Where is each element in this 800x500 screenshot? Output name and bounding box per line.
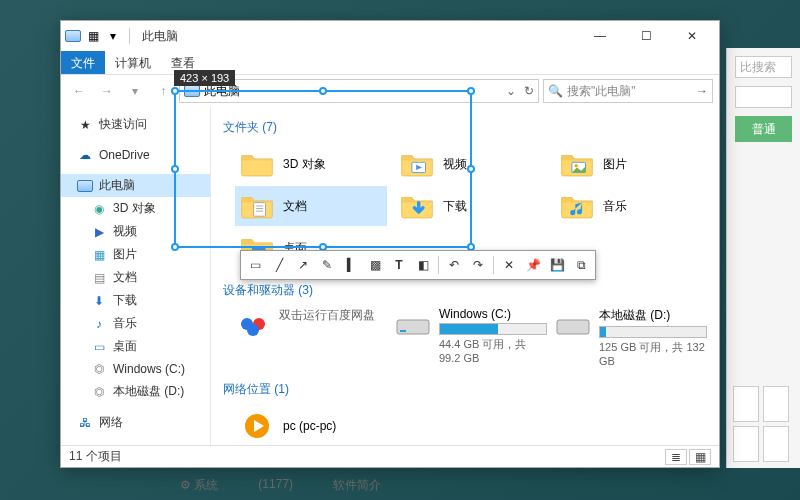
drive-meta: 125 GB 可用，共 132 GB — [599, 340, 707, 367]
refresh-icon[interactable]: ↻ — [524, 84, 534, 98]
resize-handle[interactable] — [171, 165, 179, 173]
pc-icon — [77, 178, 93, 194]
svg-rect-15 — [557, 320, 589, 334]
bg-search[interactable]: 比搜索 — [735, 56, 792, 78]
sidebar-item-label: 图片 — [113, 246, 137, 263]
snip-pen-tool[interactable]: ✎ — [316, 254, 338, 276]
sidebar-item-label: 桌面 — [113, 338, 137, 355]
download-icon: ⬇ — [91, 293, 107, 309]
sidebar-item-label: 视频 — [113, 223, 137, 240]
sidebar-item-downloads[interactable]: ⬇下载 — [61, 289, 210, 312]
doc-icon: ▤ — [91, 270, 107, 286]
nav-forward-button[interactable]: → — [95, 79, 119, 103]
snip-selection[interactable] — [174, 90, 472, 248]
snip-separator — [438, 256, 439, 274]
snip-text-tool[interactable]: T — [388, 254, 410, 276]
baidu-netdisk-item[interactable]: 双击运行百度网盘 — [235, 307, 387, 367]
drive-icon: ⏣ — [91, 384, 107, 400]
qat-properties-icon[interactable]: ▦ — [85, 28, 101, 44]
background-window: 比搜索 普通 — [726, 48, 800, 468]
sidebar-item-label: 快速访问 — [99, 116, 147, 133]
maximize-button[interactable]: ☐ — [623, 21, 669, 51]
drive-c[interactable]: Windows (C:) 44.4 GB 可用，共 99.2 GB — [395, 307, 547, 367]
bg-footer: ⚙ 系统 (1177) 软件简介 — [180, 477, 381, 494]
resize-handle[interactable] — [171, 243, 179, 251]
bg-settings-label: ⚙ 系统 — [180, 477, 218, 494]
cloud-icon: ☁ — [77, 147, 93, 163]
snip-marker-tool[interactable]: ▍ — [340, 254, 362, 276]
snip-save-button[interactable]: 💾 — [546, 254, 568, 276]
sidebar-item-music[interactable]: ♪音乐 — [61, 312, 210, 335]
baidu-hint: 双击运行百度网盘 — [279, 307, 387, 324]
qat-newfolder-icon[interactable]: ▾ — [105, 28, 121, 44]
drive-meta: 44.4 GB 可用，共 99.2 GB — [439, 337, 547, 364]
star-icon: ★ — [77, 117, 93, 133]
cube-icon: ◉ — [91, 201, 107, 217]
tab-file[interactable]: 文件 — [61, 51, 105, 74]
bg-thumb[interactable] — [733, 386, 759, 422]
drive-icon — [555, 307, 591, 343]
resize-handle[interactable] — [467, 165, 475, 173]
view-details-button[interactable]: ≣ — [665, 449, 687, 465]
app-icon — [65, 28, 81, 44]
nav-recent-button[interactable]: ▾ — [123, 79, 147, 103]
resize-handle[interactable] — [171, 87, 179, 95]
view-icons-button[interactable]: ▦ — [689, 449, 711, 465]
chevron-down-icon[interactable]: ⌄ — [506, 84, 516, 98]
snip-mosaic-tool[interactable]: ▩ — [364, 254, 386, 276]
music-icon: ♪ — [91, 316, 107, 332]
status-text: 11 个项目 — [69, 448, 122, 465]
section-devices-header[interactable]: 设备和驱动器 (3) — [223, 278, 707, 303]
resize-handle[interactable] — [467, 87, 475, 95]
sidebar-item-label: 文档 — [113, 269, 137, 286]
bg-green-button[interactable]: 普通 — [735, 116, 792, 142]
network-pc-item[interactable]: pc (pc-pc) — [235, 406, 707, 446]
bg-thumb[interactable] — [763, 386, 789, 422]
snip-pin-button[interactable]: 📌 — [522, 254, 544, 276]
snip-close-button[interactable]: ✕ — [498, 254, 520, 276]
search-go-icon[interactable]: → — [696, 84, 708, 98]
close-button[interactable]: ✕ — [669, 21, 715, 51]
tab-computer[interactable]: 计算机 — [105, 51, 161, 74]
bg-thumb[interactable] — [763, 426, 789, 462]
drive-icon — [395, 307, 431, 343]
bg-control[interactable] — [735, 86, 792, 108]
music-folder-icon — [559, 190, 595, 222]
resize-handle[interactable] — [319, 87, 327, 95]
section-network-header[interactable]: 网络位置 (1) — [223, 377, 707, 402]
folder-label: 音乐 — [603, 198, 627, 215]
drive-d[interactable]: 本地磁盘 (D:) 125 GB 可用，共 132 GB — [555, 307, 707, 367]
sidebar-item-network[interactable]: 🖧网络 — [61, 411, 210, 434]
minimize-button[interactable]: — — [577, 21, 623, 51]
nav-back-button[interactable]: ← — [67, 79, 91, 103]
folder-item-music[interactable]: 音乐 — [555, 186, 707, 226]
snip-line-tool[interactable]: ╱ — [268, 254, 290, 276]
video-icon: ▶ — [91, 224, 107, 240]
network-pc-label: pc (pc-pc) — [283, 419, 336, 433]
status-bar: 11 个项目 ≣ ▦ — [61, 445, 719, 467]
svg-point-12 — [247, 324, 259, 336]
sidebar-item-label: 本地磁盘 (D:) — [113, 383, 184, 400]
snip-rect-tool[interactable]: ▭ — [244, 254, 266, 276]
sidebar-item-drive-d[interactable]: ⏣本地磁盘 (D:) — [61, 380, 210, 403]
qat-separator — [129, 28, 130, 44]
titlebar[interactable]: ▦ ▾ 此电脑 — ☐ ✕ — [61, 21, 719, 51]
bg-thumb[interactable] — [733, 426, 759, 462]
search-placeholder: 搜索"此电脑" — [567, 83, 636, 100]
svg-rect-14 — [400, 330, 406, 332]
drive-usage-bar — [439, 323, 547, 335]
sidebar-item-label: OneDrive — [99, 148, 150, 162]
sidebar-item-documents[interactable]: ▤文档 — [61, 266, 210, 289]
folder-item-pictures[interactable]: 图片 — [555, 144, 707, 184]
snip-redo-button[interactable]: ↷ — [467, 254, 489, 276]
snip-arrow-tool[interactable]: ↗ — [292, 254, 314, 276]
search-input[interactable]: 🔍 搜索"此电脑" → — [543, 79, 713, 103]
sidebar-item-desktop[interactable]: ▭桌面 — [61, 335, 210, 358]
snip-copy-button[interactable]: ⧉ — [570, 254, 592, 276]
snip-undo-button[interactable]: ↶ — [443, 254, 465, 276]
desktop-icon: ▭ — [91, 339, 107, 355]
snip-eraser-tool[interactable]: ◧ — [412, 254, 434, 276]
sidebar-item-drive-c[interactable]: ⏣Windows (C:) — [61, 358, 210, 380]
drives-grid: 双击运行百度网盘 Windows (C:) 44.4 GB 可用，共 99.2 … — [223, 303, 707, 377]
svg-point-3 — [574, 164, 577, 167]
